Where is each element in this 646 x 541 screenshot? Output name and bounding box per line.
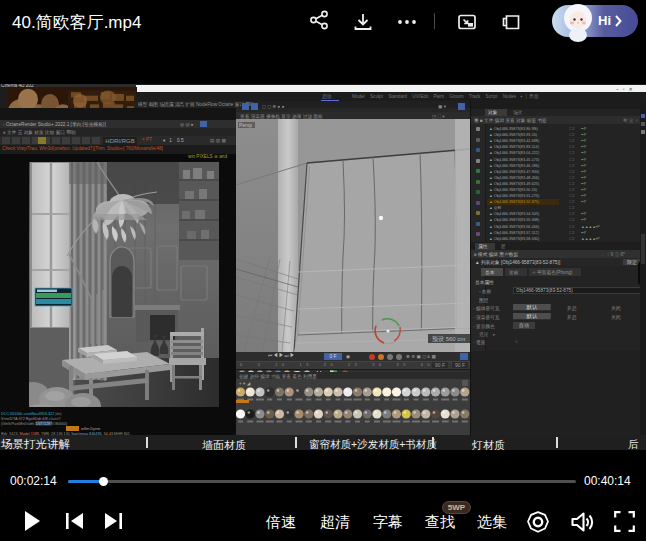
svg-text:预设 560 cm: 预设 560 cm xyxy=(432,335,465,343)
svg-text:Persp: Persp xyxy=(239,122,252,128)
